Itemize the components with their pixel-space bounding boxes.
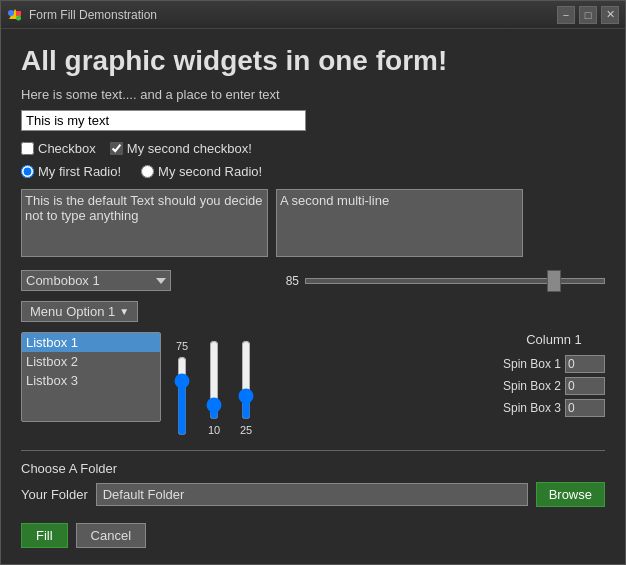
radio2[interactable] [141, 165, 154, 178]
spinbox3-label: Spin Box 3 [503, 401, 561, 415]
sub-text: Here is some text.... and a place to ent… [21, 87, 605, 102]
listbox-wrap: Listbox 1 Listbox 2 Listbox 3 [21, 332, 161, 422]
checkbox1-text: Checkbox [38, 141, 96, 156]
combobox-slider-row: Combobox 1 Combobox 2 Combobox 3 85 [21, 270, 605, 291]
combobox[interactable]: Combobox 1 Combobox 2 Combobox 3 [21, 270, 171, 291]
svg-point-3 [16, 15, 21, 20]
main-text-input[interactable] [21, 110, 306, 131]
vslider2-wrap: 10 [203, 336, 225, 436]
vertical-slider-1[interactable] [171, 356, 193, 436]
folder-row: Your Folder Browse [21, 482, 605, 507]
radio1[interactable] [21, 165, 34, 178]
spinbox2-label: Spin Box 2 [503, 379, 561, 393]
textarea1[interactable]: This is the default Text should you deci… [21, 189, 268, 257]
list-item: Listbox 3 [22, 371, 160, 390]
spinbox2-input[interactable] [565, 377, 605, 395]
list-item: Listbox 1 [22, 333, 160, 352]
form-content: All graphic widgets in one form! Here is… [1, 29, 625, 564]
vslider3-value: 10 [208, 424, 220, 436]
browse-button[interactable]: Browse [536, 482, 605, 507]
maximize-button[interactable]: □ [579, 6, 597, 24]
checkbox1[interactable] [21, 142, 34, 155]
text-input-row [21, 110, 605, 131]
vslider1-value: 75 [176, 340, 188, 352]
divider [21, 450, 605, 451]
radio-row: My first Radio! My second Radio! [21, 164, 605, 179]
cancel-button[interactable]: Cancel [76, 523, 146, 548]
vslider3-wrap: 25 [235, 336, 257, 436]
window-title: Form Fill Demonstration [29, 8, 557, 22]
title-bar-controls: − □ ✕ [557, 6, 619, 24]
spinbox1-label: Spin Box 1 [503, 357, 561, 371]
spinbox1-input[interactable] [565, 355, 605, 373]
folder-text-label: Your Folder [21, 487, 88, 502]
checkbox2-text: My second checkbox! [127, 141, 252, 156]
listbox[interactable]: Listbox 1 Listbox 2 Listbox 3 [21, 332, 161, 422]
app-icon [7, 7, 23, 23]
svg-rect-2 [16, 11, 21, 16]
menu-button[interactable]: Menu Option 1 ▼ [21, 301, 138, 322]
bottom-buttons-row: Fill Cancel [21, 519, 605, 548]
textarea1-wrap: This is the default Text should you deci… [21, 189, 268, 260]
textarea2-wrap: A second multi-line [276, 189, 523, 260]
checkbox2-label[interactable]: My second checkbox! [110, 141, 252, 156]
textarea-row: This is the default Text should you deci… [21, 189, 605, 260]
slider-value: 85 [275, 274, 299, 288]
radio2-label[interactable]: My second Radio! [141, 164, 262, 179]
folder-section: Choose A Folder Your Folder Browse [21, 461, 605, 507]
spinbox3-row: Spin Box 3 [503, 399, 605, 417]
checkbox1-label[interactable]: Checkbox [21, 141, 96, 156]
folder-input[interactable] [96, 483, 528, 506]
spinboxes-column: Column 1 Spin Box 1 Spin Box 2 Spin Box … [503, 332, 605, 417]
horizontal-slider[interactable] [305, 278, 605, 284]
textarea2[interactable]: A second multi-line [276, 189, 523, 257]
checkbox-row: Checkbox My second checkbox! [21, 141, 605, 156]
vertical-sliders: 75 10 25 [171, 332, 257, 436]
vslider3-val-label: 25 [240, 424, 252, 436]
menu-row: Menu Option 1 ▼ [21, 301, 605, 322]
checkbox2[interactable] [110, 142, 123, 155]
fill-button[interactable]: Fill [21, 523, 68, 548]
widgets-row: Listbox 1 Listbox 2 Listbox 3 75 10 [21, 332, 605, 436]
radio2-text: My second Radio! [158, 164, 262, 179]
spinbox3-input[interactable] [565, 399, 605, 417]
page-title: All graphic widgets in one form! [21, 45, 605, 77]
minimize-button[interactable]: − [557, 6, 575, 24]
main-window: Form Fill Demonstration − □ ✕ All graphi… [0, 0, 626, 565]
vertical-slider-2[interactable] [203, 340, 225, 420]
vslider1-wrap: 75 [171, 340, 193, 436]
menu-arrow-icon: ▼ [119, 306, 129, 317]
spinbox1-row: Spin Box 1 [503, 355, 605, 373]
title-bar: Form Fill Demonstration − □ ✕ [1, 1, 625, 29]
svg-point-1 [8, 10, 14, 16]
close-button[interactable]: ✕ [601, 6, 619, 24]
radio1-text: My first Radio! [38, 164, 121, 179]
vertical-slider-3[interactable] [235, 340, 257, 420]
menu-label: Menu Option 1 [30, 304, 115, 319]
radio1-label[interactable]: My first Radio! [21, 164, 121, 179]
folder-section-label: Choose A Folder [21, 461, 605, 476]
spinbox2-row: Spin Box 2 [503, 377, 605, 395]
slider-label-row: 85 [181, 274, 605, 288]
column-header: Column 1 [503, 332, 605, 347]
list-item: Listbox 2 [22, 352, 160, 371]
